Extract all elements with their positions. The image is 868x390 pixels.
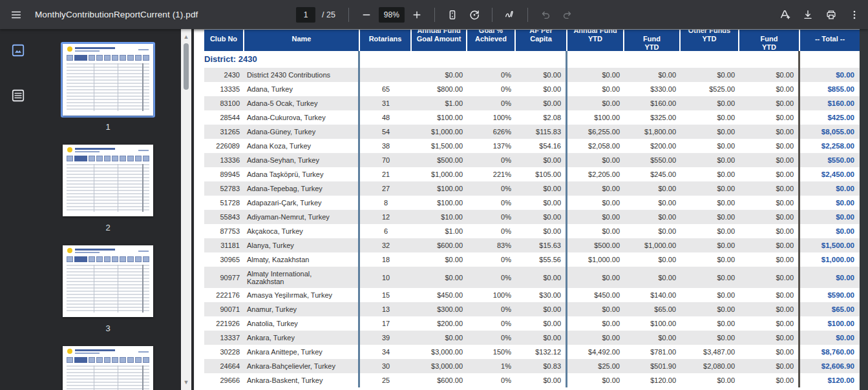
table-cell: $6,255.00 — [567, 125, 624, 139]
table-cell: $2.08 — [516, 110, 566, 125]
page-thumbnail[interactable]: 1 — [61, 42, 155, 143]
table-cell: 0% — [467, 82, 516, 96]
undo-icon[interactable] — [536, 5, 555, 25]
zoom-out-button[interactable] — [357, 5, 376, 25]
table-cell: $0.00 — [681, 167, 739, 181]
zoom-level-display[interactable]: 98% — [379, 7, 405, 23]
rotary-logo-mark — [67, 147, 72, 152]
table-cell: $781.00 — [624, 345, 681, 359]
table-cell: 226089 — [204, 139, 244, 153]
table-row: 55843Adiyaman-Nemrut, Turkey12$10.000%$0… — [204, 210, 860, 224]
rotary-logo-mark — [67, 349, 72, 354]
table-cell: $1,000.00 — [567, 252, 624, 267]
thumbnail-image[interactable] — [61, 143, 155, 218]
table-cell: $55.56 — [516, 252, 566, 267]
table-cell: $0.00 — [516, 181, 566, 196]
table-cell: 17 — [360, 316, 412, 331]
thumbnail-image[interactable] — [61, 42, 155, 118]
table-cell: 0% — [467, 68, 516, 82]
table-row: 2430District 2430 Contributions$0.000%$0… — [204, 68, 860, 82]
table-cell: $0.00 — [739, 139, 798, 153]
table-cell: $0.00 — [739, 68, 798, 82]
redo-icon[interactable] — [558, 5, 577, 25]
document-outline-icon[interactable] — [10, 87, 26, 104]
mini-page-preview — [63, 245, 153, 317]
table-cell: $0.00 — [681, 331, 739, 345]
table-cell: 6 — [360, 224, 412, 238]
table-cell: $0.00 — [567, 82, 624, 96]
table-cell: $0.00 — [739, 181, 798, 196]
table-cell: $0.00 — [412, 252, 467, 267]
fit-page-icon[interactable] — [443, 5, 462, 25]
table-cell: $550.00 — [800, 153, 860, 167]
section-divider-bar — [358, 51, 360, 68]
table-cell: $25.00 — [567, 359, 624, 373]
table-cell: $0.00 — [412, 331, 467, 345]
table-cell: $0.00 — [624, 267, 681, 288]
table-cell: 15 — [360, 288, 412, 302]
table-cell: $1,800.00 — [624, 125, 681, 139]
table-cell: 31181 — [204, 238, 244, 252]
table-cell: $54.16 — [516, 139, 566, 153]
page-thumbnail[interactable]: 2 — [61, 143, 155, 243]
table-cell: $0.00 — [624, 181, 681, 196]
mini-table-rows — [67, 265, 149, 313]
column-header: Rotarians — [360, 30, 412, 51]
table-cell: 0% — [467, 373, 516, 387]
table-cell: $3,000.00 — [412, 345, 467, 359]
page-number-input[interactable] — [296, 7, 315, 23]
rotate-icon[interactable] — [465, 5, 484, 25]
download-icon[interactable] — [798, 5, 818, 25]
table-cell: $0.00 — [739, 302, 798, 316]
table-cell: $0.00 — [567, 196, 624, 210]
thumbnail-image[interactable] — [61, 344, 155, 390]
table-cell: $0.00 — [516, 267, 566, 288]
table-cell: $1,000.00 — [412, 167, 467, 181]
zoom-in-button[interactable] — [407, 5, 427, 25]
annotate-icon[interactable] — [500, 5, 520, 25]
table-cell: 0% — [467, 196, 516, 210]
table-cell: 0% — [467, 153, 516, 167]
table-cell: 12 — [360, 210, 412, 224]
table-cell: 38 — [360, 139, 412, 153]
table-cell: 28544 — [204, 110, 244, 125]
scrollbar-thumb[interactable] — [184, 43, 189, 90]
mini-title-line — [75, 148, 115, 150]
table-cell: 30228 — [204, 345, 244, 359]
vertical-scrollbar-track[interactable] — [860, 29, 868, 390]
menu-icon[interactable] — [6, 5, 26, 25]
table-cell: $3,487.00 — [681, 345, 739, 359]
table-cell: $0.00 — [624, 252, 681, 267]
table-cell: $0.00 — [739, 210, 798, 224]
contribution-report-table: Club NoNameRotariansAnnual Fund Goal Amo… — [204, 30, 860, 387]
sidebar-scrollbar[interactable]: ▲ ▼ — [181, 29, 191, 390]
rotary-logo-mark — [67, 46, 72, 52]
scroll-up-arrow[interactable]: ▲ — [181, 32, 191, 42]
more-options-icon[interactable] — [845, 5, 864, 25]
table-cell: $0.00 — [681, 110, 739, 125]
table-cell: Adana-Güney, Turkey — [244, 125, 358, 139]
table-cell: 29666 — [204, 373, 244, 387]
table-cell: $2,258.00 — [800, 139, 860, 153]
sidebar-rail — [0, 29, 36, 390]
table-cell: 31265 — [204, 125, 244, 139]
table-cell: $0.00 — [739, 82, 798, 96]
print-icon[interactable] — [821, 5, 841, 25]
table-cell: $0.00 — [567, 224, 624, 238]
scroll-down-arrow[interactable]: ▼ — [181, 377, 191, 387]
thumbnail-list: 1234 — [36, 29, 180, 390]
page-count-label: / 25 — [322, 10, 335, 19]
table-cell: $0.00 — [739, 359, 798, 373]
text-annotation-icon[interactable] — [775, 5, 794, 25]
table-cell: $0.00 — [516, 210, 566, 224]
table-cell: Anatolia, Turkey — [244, 316, 358, 331]
thumbnail-image[interactable] — [61, 243, 155, 319]
table-cell: $0.00 — [412, 68, 467, 82]
page-thumbnail[interactable]: 3 — [61, 243, 155, 344]
thumbnails-view-icon[interactable] — [10, 42, 26, 59]
table-cell — [360, 68, 412, 82]
table-row: 30965Almaty, Kazakhstan18$0.000%$55.56$1… — [204, 252, 860, 267]
page-thumbnail[interactable]: 4 — [61, 344, 155, 390]
mini-corner-line — [138, 251, 149, 252]
table-cell: 0% — [467, 331, 516, 345]
